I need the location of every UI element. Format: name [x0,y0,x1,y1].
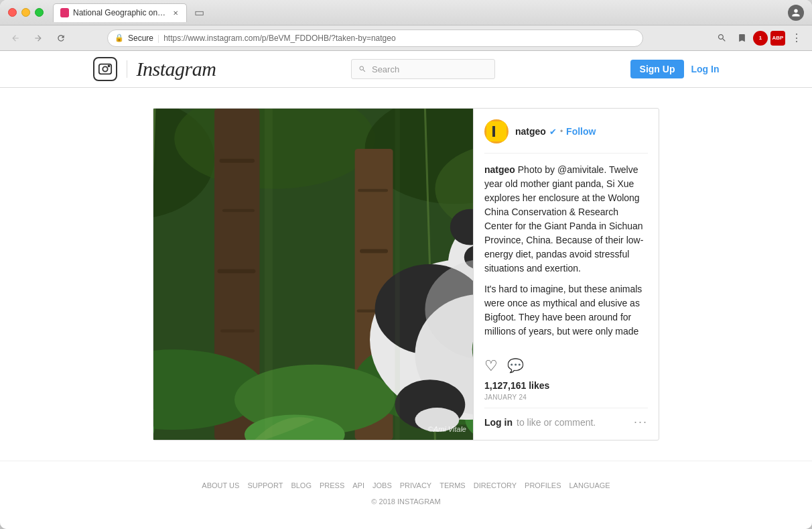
footer-link[interactable]: PRESS [320,481,344,489]
caption-text: Photo by @amivitale. Twelve year old mot… [484,164,643,274]
post-image: ©Ami Vitale [153,109,473,440]
footer-link[interactable]: LANGUAGE [569,481,610,489]
active-tab[interactable]: National Geographic on Instag... ✕ [53,3,187,22]
instagram-camera-icon[interactable] [93,57,117,81]
footer-link[interactable]: TERMS [439,481,466,489]
url-bar[interactable]: 🔒 Secure | https://www.instagram.com/p/B… [107,30,643,47]
svg-rect-10 [220,159,255,163]
user-avatar[interactable] [484,119,509,143]
footer-link[interactable]: ABOUT US [202,481,239,489]
header-divider [127,60,127,78]
tab-bar: National Geographic on Instag... ✕ ▭ [53,0,208,25]
svg-rect-15 [360,249,388,253]
footer-link[interactable]: PRIVACY [400,481,431,489]
comment-prompt-text: to like or comment. [517,417,596,428]
tab-close-button[interactable]: ✕ [171,8,180,17]
username[interactable]: natgeo [515,126,546,137]
instagram-wordmark[interactable]: Instagram [137,58,216,80]
dot-separator: • [560,127,563,136]
footer-copyright: © 2018 INSTAGRAM [13,497,799,506]
address-bar: 🔒 Secure | https://www.instagram.com/p/B… [0,25,812,51]
bookmark-button[interactable] [733,30,750,47]
comment-row: Log in to like or comment. ··· [484,408,648,429]
likes-count: 1,127,161 likes [484,380,648,391]
post-actions: ♡ 💬 [484,352,648,375]
secure-label: Secure [128,34,153,43]
svg-rect-41 [488,123,504,139]
search-bar[interactable]: Search [351,59,495,79]
lock-icon: 🔒 [115,34,124,42]
verified-badge: ✔ [549,127,557,137]
refresh-button[interactable] [52,30,70,47]
menu-button[interactable]: ⋮ [788,30,805,47]
search-toolbar-button[interactable] [713,30,730,47]
tab-favicon [60,8,69,17]
signup-button[interactable]: Sign Up [630,60,685,78]
traffic-lights [8,8,44,17]
post-user-row: natgeo ✔ • Follow [484,119,648,154]
browser-window: National Geographic on Instag... ✕ ▭ 🔒 S… [0,0,812,529]
url-separator: | [157,34,159,43]
auth-buttons: Sign Up Log In [630,60,720,78]
svg-point-2 [108,66,109,67]
natgeo-logo [486,121,506,141]
footer-link[interactable]: DIRECTORY [474,481,517,489]
close-window-button[interactable] [8,8,17,17]
svg-point-1 [103,66,107,71]
page-content: Instagram Search Sign Up Log In [0,51,812,529]
svg-rect-14 [358,189,388,192]
footer-link[interactable]: BLOG [291,481,312,489]
caption-second-paragraph: It's hard to imagine, but these animals … [484,282,648,339]
footer-link[interactable]: API [352,481,364,489]
svg-rect-12 [218,270,256,274]
back-button[interactable] [7,30,24,47]
more-options-button[interactable]: ··· [634,415,648,429]
tab-title: National Geographic on Instag... [73,8,167,17]
header-inner: Instagram Search Sign Up Log In [93,57,720,81]
url-text: https://www.instagram.com/p/BeVM_FDDOHB/… [163,34,395,43]
search-placeholder: Search [372,64,399,74]
title-bar: National Geographic on Instag... ✕ ▭ [0,0,812,25]
like-button[interactable]: ♡ [484,357,498,375]
post-card: ©Ami Vitale [153,108,659,440]
photo-credit: ©Ami Vitale [428,425,466,433]
svg-rect-39 [265,109,273,440]
new-tab-button[interactable]: ▭ [190,3,208,22]
maximize-window-button[interactable] [35,8,44,17]
browser-profile-icon[interactable] [788,5,804,21]
footer-link[interactable]: SUPPORT [247,481,283,489]
footer-links: ABOUT USSUPPORTBLOGPRESSAPIJOBSPRIVACYTE… [13,481,799,489]
extension-icon-2[interactable]: ABP [770,31,785,46]
instagram-header: Instagram Search Sign Up Log In [0,51,812,88]
post-caption: natgeo Photo by @amivitale. Twelve year … [484,163,648,339]
login-button[interactable]: Log In [691,64,719,74]
post-container: ©Ami Vitale [93,108,720,440]
username-area: natgeo ✔ • Follow [515,126,648,137]
post-sidebar: natgeo ✔ • Follow natgeo Photo by @amivi… [473,109,659,440]
post-date: JANUARY 24 [484,394,648,401]
comment-button[interactable]: 💬 [507,357,524,375]
forward-button[interactable] [29,30,47,47]
footer-link[interactable]: PROFILES [525,481,561,489]
follow-button[interactable]: Follow [566,126,596,137]
caption-username: natgeo [484,164,515,175]
footer: ABOUT USSUPPORTBLOGPRESSAPIJOBSPRIVACYTE… [0,461,812,519]
logo-area: Instagram [93,57,216,81]
svg-rect-40 [395,109,400,440]
minimize-window-button[interactable] [21,8,30,17]
svg-rect-13 [220,329,255,332]
toolbar-icons: 1 ABP ⋮ [713,30,805,47]
search-icon [358,65,366,73]
svg-rect-11 [222,209,255,212]
svg-rect-42 [492,126,495,137]
log-in-link[interactable]: Log in [484,417,513,428]
extension-icon-1[interactable]: 1 [753,31,768,46]
footer-link[interactable]: JOBS [373,481,392,489]
